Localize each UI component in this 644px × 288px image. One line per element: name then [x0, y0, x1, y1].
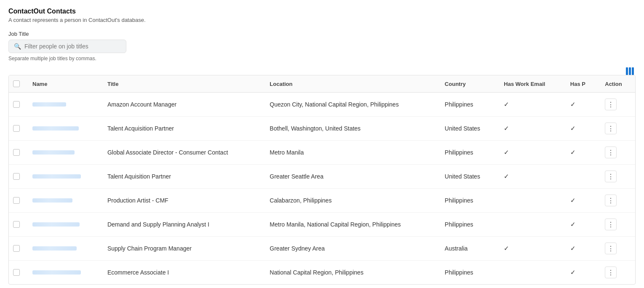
- row-name: [26, 261, 101, 285]
- checkmark-icon: ✓: [570, 125, 576, 132]
- row-has-p: ✓: [564, 237, 598, 261]
- checkmark-icon: ✓: [504, 173, 509, 180]
- row-has-p: ✓: [564, 117, 598, 141]
- row-more-button[interactable]: ⋮: [605, 99, 617, 110]
- row-checkbox[interactable]: [13, 221, 20, 228]
- row-more-button[interactable]: ⋮: [605, 267, 617, 278]
- job-title-search-input[interactable]: [24, 43, 121, 50]
- table-row: Production Artist - CMFCalabarzon, Phili…: [9, 189, 635, 213]
- table-row: Talent Acquisition PartnerBothell, Washi…: [9, 117, 635, 141]
- row-checkbox[interactable]: [13, 125, 20, 132]
- row-action: ⋮: [598, 117, 635, 141]
- row-checkbox-cell: [9, 261, 26, 285]
- row-name: [26, 117, 101, 141]
- row-name: [26, 237, 101, 261]
- page-title: ContactOut Contacts: [8, 8, 636, 15]
- row-has-work-email: ✓: [497, 93, 563, 117]
- header-has-p: Has P: [564, 75, 598, 93]
- checkmark-icon: ✓: [504, 101, 509, 108]
- row-title: Global Associate Director - Consumer Con…: [101, 141, 263, 165]
- row-checkbox[interactable]: [13, 245, 20, 252]
- row-name: [26, 213, 101, 237]
- header-location: Location: [263, 75, 438, 93]
- row-action: ⋮: [598, 141, 635, 165]
- row-country: Philippines: [438, 189, 497, 213]
- row-name: [26, 165, 101, 189]
- checkmark-icon: ✓: [504, 149, 509, 156]
- table-header-row: Name Title Location Country Has Work Ema…: [9, 75, 635, 93]
- row-checkbox-cell: [9, 237, 26, 261]
- row-has-work-email: [497, 213, 563, 237]
- row-checkbox[interactable]: [13, 149, 20, 156]
- table-row: Global Associate Director - Consumer Con…: [9, 141, 635, 165]
- row-country: Philippines: [438, 93, 497, 117]
- columns-toggle-button[interactable]: [626, 67, 634, 75]
- search-icon: 🔍: [14, 43, 21, 50]
- checkmark-icon: ✓: [570, 221, 576, 228]
- row-checkbox[interactable]: [13, 101, 20, 108]
- select-all-checkbox[interactable]: [13, 80, 20, 87]
- checkmark-icon: ✓: [570, 149, 576, 156]
- header-title: Title: [101, 75, 263, 93]
- row-checkbox[interactable]: [13, 197, 20, 204]
- row-has-p: ✓: [564, 141, 598, 165]
- row-checkbox-cell: [9, 93, 26, 117]
- row-name: [26, 141, 101, 165]
- row-checkbox[interactable]: [13, 269, 20, 276]
- row-location: Calabarzon, Philippines: [263, 189, 438, 213]
- row-more-button[interactable]: ⋮: [605, 171, 617, 182]
- row-checkbox-cell: [9, 189, 26, 213]
- row-location: Metro Manila, National Capital Region, P…: [263, 213, 438, 237]
- table-row: Talent Aquisition PartnerGreater Seattle…: [9, 165, 635, 189]
- row-name: [26, 189, 101, 213]
- row-checkbox-cell: [9, 165, 26, 189]
- row-more-button[interactable]: ⋮: [605, 123, 617, 134]
- row-more-button[interactable]: ⋮: [605, 147, 617, 158]
- row-country: Philippines: [438, 261, 497, 285]
- checkmark-icon: ✓: [570, 101, 576, 108]
- page-wrapper: ContactOut Contacts A contact represents…: [0, 0, 644, 285]
- top-bar: [8, 67, 636, 75]
- row-location: Greater Seattle Area: [263, 165, 438, 189]
- checkmark-icon: ✓: [570, 245, 576, 252]
- row-location: Metro Manila: [263, 141, 438, 165]
- row-has-p: ✓: [564, 93, 598, 117]
- row-more-button[interactable]: ⋮: [605, 219, 617, 230]
- row-title: Demand and Supply Planning Analyst I: [101, 213, 263, 237]
- header-action: Action: [598, 75, 635, 93]
- row-action: ⋮: [598, 93, 635, 117]
- row-title: Talent Aquisition Partner: [101, 165, 263, 189]
- row-title: Supply Chain Program Manager: [101, 237, 263, 261]
- row-location: Greater Sydney Area: [263, 237, 438, 261]
- row-title: Production Artist - CMF: [101, 189, 263, 213]
- row-has-work-email: ✓: [497, 165, 563, 189]
- contacts-table-wrapper: Name Title Location Country Has Work Ema…: [8, 75, 636, 285]
- row-has-p: ✓: [564, 213, 598, 237]
- filter-label: Job Title: [8, 31, 636, 37]
- checkmark-icon: ✓: [504, 245, 509, 252]
- row-has-work-email: ✓: [497, 237, 563, 261]
- page-subtitle: A contact represents a person in Contact…: [8, 17, 636, 23]
- table-row: Supply Chain Program ManagerGreater Sydn…: [9, 237, 635, 261]
- header-name: Name: [26, 75, 101, 93]
- row-title: Ecommerce Associate I: [101, 261, 263, 285]
- checkmark-icon: ✓: [570, 269, 576, 276]
- filter-hint: Separate multiple job titles by commas.: [8, 56, 636, 61]
- row-checkbox-cell: [9, 141, 26, 165]
- row-has-p: ✓: [564, 261, 598, 285]
- header-has-work-email: Has Work Email: [497, 75, 563, 93]
- row-location: Quezon City, National Capital Region, Ph…: [263, 93, 438, 117]
- row-action: ⋮: [598, 213, 635, 237]
- row-has-work-email: [497, 261, 563, 285]
- header-country: Country: [438, 75, 497, 93]
- row-more-button[interactable]: ⋮: [605, 243, 617, 254]
- checkmark-icon: ✓: [504, 125, 509, 132]
- row-has-p: ✓: [564, 189, 598, 213]
- contacts-table: Name Title Location Country Has Work Ema…: [9, 75, 635, 284]
- row-checkbox[interactable]: [13, 173, 20, 180]
- row-country: Philippines: [438, 141, 497, 165]
- row-country: United States: [438, 165, 497, 189]
- row-country: Philippines: [438, 213, 497, 237]
- row-more-button[interactable]: ⋮: [605, 195, 617, 206]
- table-row: Demand and Supply Planning Analyst IMetr…: [9, 213, 635, 237]
